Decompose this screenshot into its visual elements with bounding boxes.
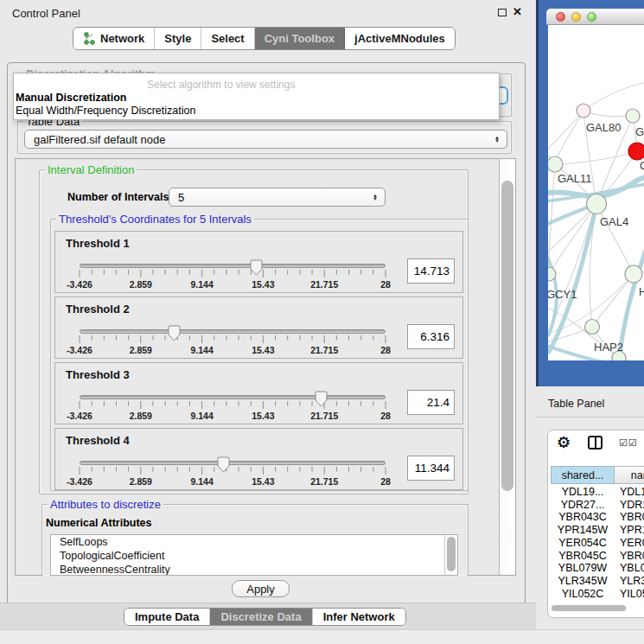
table-panel-title: Table Panel: [548, 398, 604, 410]
slider-track[interactable]: [80, 264, 386, 268]
network-canvas[interactable]: GAL80 G. C GAL11 GAL4 GCY1 H HAP2: [548, 25, 644, 360]
attributes-list-scrollbar[interactable]: [444, 535, 457, 575]
threshold-value[interactable]: 14.713: [407, 258, 455, 284]
gear-icon[interactable]: ⚙: [557, 433, 571, 452]
table-row[interactable]: YDL19...YDL19: [551, 486, 644, 498]
threshold-value[interactable]: 21.4: [407, 390, 455, 415]
cell-shared-name: YBL079W: [551, 562, 615, 574]
cell-name: YBL079W: [615, 562, 644, 574]
table-row[interactable]: YDR27...YDR27: [551, 499, 644, 511]
cell-shared-name: YBR045C: [551, 550, 615, 562]
tick-label: 28: [380, 345, 391, 355]
bottom-tab-infer-network[interactable]: Infer Network: [313, 609, 405, 625]
tab-select[interactable]: Select: [201, 28, 254, 49]
vertical-scrollbar-thumb[interactable]: [501, 181, 513, 491]
popup-item-manual[interactable]: Manual Discretization: [16, 92, 127, 104]
table-row[interactable]: YLR345WYLR345W: [551, 575, 644, 587]
svg-text:HAP2: HAP2: [594, 341, 623, 354]
cell-name: YIL052C: [615, 588, 644, 600]
slider-thumb[interactable]: [217, 456, 230, 473]
threshold-value[interactable]: 6.316: [407, 324, 455, 349]
cell-shared-name: YLR345W: [551, 575, 615, 587]
cell-name: YPR145W: [615, 524, 644, 536]
threshold-panel-4: Threshold 4 -3.4262.8599.14415.4321.7152…: [54, 428, 463, 490]
status-strip: [0, 629, 644, 644]
threshold-panel-2: Threshold 2 -3.4262.8599.14415.4321.7152…: [54, 296, 463, 359]
interval-definition-title: Interval Definition: [45, 163, 137, 176]
slider-thumb[interactable]: [250, 259, 263, 276]
cell-name: YER054C: [615, 537, 644, 549]
cell-shared-name: YDR27...: [551, 499, 615, 511]
attribute-item[interactable]: TopologicalCoefficient: [51, 549, 457, 563]
table-row[interactable]: YBR043CYBR043C: [551, 511, 644, 523]
slider-track[interactable]: [80, 461, 386, 465]
popup-item-equal-width[interactable]: Equal Width/Frequency Discretization: [16, 105, 195, 117]
svg-text:C: C: [640, 159, 644, 172]
tick-label: 28: [380, 279, 391, 290]
columns-icon[interactable]: [588, 436, 603, 450]
zoom-traffic-light[interactable]: [587, 12, 596, 22]
table-horizontal-scrollbar-thumb[interactable]: [552, 605, 626, 611]
bottom-tab-discretize-data[interactable]: Discretize Data: [210, 609, 312, 625]
slider-thumb[interactable]: [168, 325, 181, 341]
tick-label: -3.426: [67, 279, 92, 290]
combo-stepper-icon: ▲▼: [494, 136, 500, 143]
tick-label: 9.144: [190, 345, 213, 355]
table-horizontal-scrollbar[interactable]: [551, 604, 644, 612]
tick-label: 21.715: [310, 476, 338, 487]
threshold-panel-1: Threshold 1 -3.4262.8599.14415.4321.7152…: [54, 231, 463, 293]
float-window-icon[interactable]: [498, 9, 507, 16]
svg-text:G.: G.: [635, 125, 644, 138]
cell-name: YLR345W: [615, 575, 644, 587]
table-row[interactable]: YER054CYER054C: [551, 537, 644, 549]
number-of-intervals-spinner[interactable]: 5 ▲▼: [169, 188, 386, 207]
algorithm-dropdown-popup: Select algorithm to view settings Manual…: [13, 73, 500, 120]
cell-shared-name: YDL19...: [551, 486, 615, 498]
column-header-shared-name[interactable]: shared...: [551, 466, 615, 484]
minimize-traffic-light[interactable]: [571, 12, 581, 22]
cell-name: YBR045C: [615, 550, 644, 562]
cell-name: YBR043C: [615, 511, 644, 523]
table-row[interactable]: YBR045CYBR045C: [551, 550, 644, 562]
table-row[interactable]: YIL052CYIL052C: [551, 588, 644, 600]
tick-label: 2.859: [130, 279, 152, 290]
table-data-combobox[interactable]: galFiltered.sif default node ▲▼: [24, 130, 507, 149]
tick-label: 21.715: [310, 411, 338, 421]
control-panel-title: Control Panel: [12, 7, 80, 20]
vertical-scrollbar[interactable]: [499, 159, 515, 575]
attribute-item[interactable]: SelfLoops: [51, 535, 457, 549]
attribute-item[interactable]: BetweennessCentrality: [51, 563, 457, 576]
table-row[interactable]: YPR145WYPR145W: [551, 524, 644, 536]
numerical-attributes-list[interactable]: SelfLoopsTopologicalCoefficientBetweenne…: [50, 534, 458, 576]
tab-cyni-toolbox[interactable]: Cyni Toolbox: [255, 28, 345, 49]
table-row[interactable]: YBL079WYBL079W: [551, 562, 644, 574]
bottom-tab-impute-data[interactable]: Impute Data: [124, 609, 210, 625]
svg-text:GAL4: GAL4: [600, 215, 628, 228]
slider-track[interactable]: [80, 329, 386, 334]
cell-shared-name: YER054C: [551, 537, 615, 549]
tick-label: 15.43: [252, 279, 274, 290]
cell-shared-name: YBR043C: [551, 511, 615, 523]
threshold-value[interactable]: 11.344: [407, 456, 455, 481]
thresholds-group-title: Threshold's Coordinates for 5 Intervals: [56, 213, 254, 226]
numerical-attributes-label: Numerical Attributes: [46, 517, 151, 529]
number-of-intervals-label: Number of Intervals: [67, 191, 169, 203]
close-traffic-light[interactable]: [556, 12, 565, 22]
slider-thumb[interactable]: [315, 391, 328, 407]
cell-shared-name: YPR145W: [551, 524, 615, 536]
tick-label: 2.859: [130, 476, 152, 487]
network-window-titlebar[interactable]: [546, 9, 644, 25]
column-header-name[interactable]: name: [615, 466, 644, 484]
close-icon[interactable]: ✕: [513, 5, 522, 18]
apply-button[interactable]: Apply: [232, 580, 290, 597]
attributes-list-scrollbar-thumb[interactable]: [447, 537, 456, 571]
select-columns-icon[interactable]: ☑☑: [619, 437, 638, 449]
tab-network[interactable]: Network: [73, 28, 155, 49]
tab-jactivemnodules[interactable]: jActiveMNodules: [345, 28, 455, 49]
slider-track[interactable]: [80, 395, 386, 399]
tab-style[interactable]: Style: [155, 28, 201, 49]
tick-label: 28: [380, 411, 391, 421]
tick-label: 15.43: [252, 476, 274, 487]
cyni-bottom-tabs: Impute DataDiscretize DataInfer Network: [124, 608, 406, 626]
tick-label: 9.144: [190, 411, 213, 421]
